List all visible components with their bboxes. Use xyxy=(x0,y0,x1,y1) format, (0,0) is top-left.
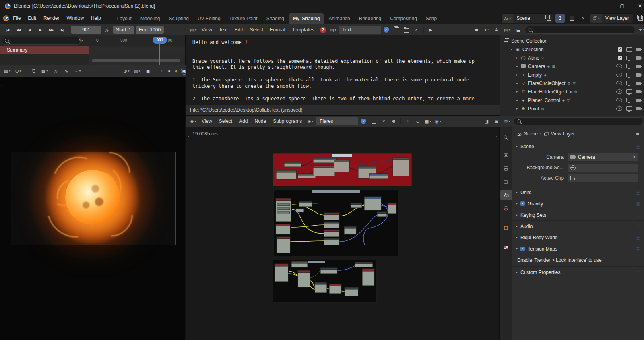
minimize-button[interactable]: — xyxy=(596,0,613,12)
render-tab[interactable] xyxy=(500,150,512,160)
disable-viewport-icon[interactable] xyxy=(626,56,632,60)
expand-arrow-icon[interactable]: ▸ xyxy=(514,98,520,102)
disable-render-icon[interactable] xyxy=(636,107,641,110)
pin-icon[interactable] xyxy=(389,117,398,125)
hide-eye-icon[interactable] xyxy=(616,89,622,94)
tab-animation[interactable]: Animation xyxy=(324,13,354,24)
tab-sculpting[interactable]: Sculpting xyxy=(165,13,193,24)
disable-render-icon[interactable] xyxy=(636,65,641,68)
expand-arrow-icon[interactable]: ▸ xyxy=(514,90,520,93)
editor-type-button[interactable]: ⚙▾ xyxy=(502,117,512,125)
tool-tab[interactable] xyxy=(500,133,512,143)
panel-custom-properties[interactable]: ▸ Custom Properties ⣿⣿ xyxy=(512,266,644,278)
menu-file[interactable]: File xyxy=(9,14,24,23)
outliner-search-input[interactable] xyxy=(525,26,635,34)
hide-eye-icon[interactable] xyxy=(616,64,622,68)
outliner-item[interactable]: ▸ ▽ FlareCircleObject ⚙ ▽ xyxy=(500,79,644,87)
display-mode-icon[interactable]: ⬓ xyxy=(514,26,523,34)
close-button[interactable]: ✕ xyxy=(631,0,644,12)
snap-target-dropdown[interactable]: ▦▾ xyxy=(40,67,50,75)
expand-arrow-icon[interactable]: ▸ xyxy=(514,81,520,85)
summary-channel[interactable]: ▾ Summary xyxy=(0,46,93,54)
gizmos-toggle-icon[interactable]: ⊕▾ xyxy=(122,67,131,75)
material-shading-icon[interactable]: ◐ xyxy=(173,68,180,74)
exclude-checkbox[interactable]: ✓ xyxy=(618,47,622,52)
hide-eye-icon[interactable] xyxy=(616,98,622,102)
panel-drag-handle[interactable]: ⣿⣿ xyxy=(636,213,640,217)
panel-keying-sets[interactable]: ▸ Keying Sets ⣿⣿ xyxy=(512,209,644,220)
breadcrumb-view-layer[interactable]: View Layer xyxy=(551,131,575,137)
playhead-line[interactable] xyxy=(159,42,160,65)
snap-magnet-icon[interactable]: Ω xyxy=(29,67,39,75)
panel-expand-icon[interactable]: ▸ xyxy=(516,213,518,217)
menu-render[interactable]: Render xyxy=(40,14,63,23)
editor-type-button[interactable]: ▤▾ xyxy=(188,26,198,34)
node-group-a[interactable] xyxy=(273,189,398,257)
copy-scene-icon[interactable] xyxy=(567,14,576,22)
solid-shading-icon[interactable]: ● xyxy=(166,68,172,74)
frame-end-field[interactable]: End 1000 xyxy=(136,26,164,34)
tab-modeling[interactable]: Modeling xyxy=(136,13,165,24)
text-datablock-name[interactable]: Text xyxy=(339,26,381,34)
panel-gravity[interactable]: ▸ ✓ Gravity ⣿⣿ xyxy=(512,198,644,209)
unlink-icon[interactable]: × xyxy=(412,26,421,34)
menu-format[interactable]: Format xyxy=(267,26,289,34)
disable-render-icon[interactable] xyxy=(636,48,641,51)
world-tab[interactable] xyxy=(500,203,512,214)
tab-layout[interactable]: Layout xyxy=(113,13,136,24)
disable-viewport-icon[interactable] xyxy=(626,81,632,85)
texture-tab[interactable] xyxy=(500,243,512,253)
disable-render-icon[interactable] xyxy=(636,82,641,85)
panel-drag-handle[interactable]: ⣿⣿ xyxy=(636,224,640,228)
properties-search-input[interactable] xyxy=(514,117,643,125)
disable-viewport-icon[interactable] xyxy=(626,106,632,111)
panel-units[interactable]: ▸ Units ⣿⣿ xyxy=(512,187,644,198)
expand-arrow-icon[interactable]: ▸ xyxy=(514,73,520,77)
shield-icon[interactable]: ✓ xyxy=(359,117,368,125)
nodetree-datablock-icon[interactable]: ◈▾ xyxy=(305,117,315,125)
channel-expand-icon[interactable]: ▾ xyxy=(3,48,5,52)
outliner-item[interactable]: ▸ Camera ◈ ▦ xyxy=(500,62,644,70)
tab-scripting[interactable]: Scrip xyxy=(421,13,441,24)
tension-maps-checkbox[interactable]: ✓ xyxy=(520,247,525,251)
panel-expand-icon[interactable]: ▸ xyxy=(516,224,518,228)
breadcrumb-scene[interactable]: Scene xyxy=(524,131,538,137)
overlays-toggle-icon[interactable]: ◍▾ xyxy=(132,67,142,75)
wireframe-shading-icon[interactable]: ○ xyxy=(159,68,165,74)
outliner-collection[interactable]: ▾ ▣ Collection ✓ xyxy=(500,45,644,54)
disable-viewport-icon[interactable] xyxy=(626,89,632,94)
run-script-button[interactable]: ▶ xyxy=(426,26,436,34)
disable-viewport-icon[interactable] xyxy=(626,47,632,52)
word-wrap-icon[interactable]: ↩ xyxy=(482,26,491,34)
blender-menu-icon[interactable] xyxy=(3,15,9,21)
panel-drag-handle[interactable]: ⣿⣿ xyxy=(636,202,640,206)
editor-type-button[interactable]: ▤▾ xyxy=(502,26,512,34)
scene-users-count[interactable]: 3 xyxy=(555,14,565,23)
menu-select[interactable]: Select xyxy=(216,117,235,125)
camera-field[interactable]: Camera × xyxy=(568,153,638,161)
hide-eye-icon[interactable] xyxy=(616,106,622,111)
region-toggle-arrow[interactable]: ‹ xyxy=(496,134,497,139)
alert-icon[interactable]: ? xyxy=(320,27,326,33)
panel-expand-icon[interactable]: ▸ xyxy=(516,202,518,205)
menu-node[interactable]: Node xyxy=(252,117,270,125)
panel-drag-handle[interactable]: ⣿⣿ xyxy=(636,270,640,274)
tab-shading[interactable]: Shading xyxy=(262,13,289,24)
panel-drag-handle[interactable]: ⣿⣿ xyxy=(636,236,640,240)
region-toggle-arrow[interactable]: › xyxy=(1,84,2,88)
snap-target-dropdown[interactable]: ▦▾ xyxy=(423,117,433,125)
scene-icon[interactable]: ▾ xyxy=(502,14,513,23)
scene-selector[interactable]: ▾ Scene xyxy=(501,13,553,23)
snap-magnet-icon[interactable]: Ω xyxy=(413,117,423,125)
new-scene-icon[interactable] xyxy=(543,14,553,22)
disable-render-icon[interactable] xyxy=(636,99,641,102)
disable-render-icon[interactable] xyxy=(636,90,641,93)
open-folder-icon[interactable] xyxy=(402,26,411,34)
output-tab[interactable] xyxy=(500,163,512,174)
menu-view[interactable]: View xyxy=(198,26,215,34)
hide-eye-icon[interactable] xyxy=(616,73,622,77)
scene-tab[interactable] xyxy=(500,190,512,200)
panel-rigid-body-world[interactable]: ▸ Rigid Body World ⣿⣿ xyxy=(512,232,644,243)
prev-keyframe-button[interactable]: ◀◀ xyxy=(13,26,24,34)
editor-type-button[interactable]: ▦▾ xyxy=(2,67,12,75)
